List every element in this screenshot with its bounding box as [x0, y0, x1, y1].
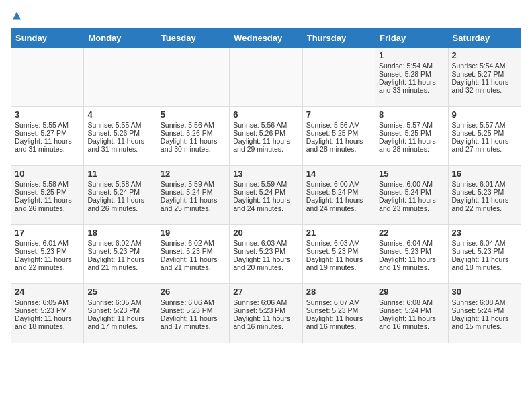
- logo: [11, 11, 26, 23]
- column-header-wednesday: Wednesday: [230, 29, 302, 48]
- calendar-cell: 14Sunrise: 6:00 AMSunset: 5:24 PMDayligh…: [302, 166, 375, 225]
- calendar-cell: 28Sunrise: 6:07 AMSunset: 5:23 PMDayligh…: [302, 284, 375, 343]
- week-row-4: 17Sunrise: 6:01 AMSunset: 5:23 PMDayligh…: [11, 225, 521, 284]
- calendar-cell: 17Sunrise: 6:01 AMSunset: 5:23 PMDayligh…: [11, 225, 84, 284]
- week-row-1: 1Sunrise: 5:54 AMSunset: 5:28 PMDaylight…: [11, 48, 521, 107]
- calendar-cell: 2Sunrise: 5:54 AMSunset: 5:27 PMDaylight…: [448, 48, 521, 107]
- day-number: 5: [161, 109, 226, 120]
- calendar-cell: 25Sunrise: 6:05 AMSunset: 5:23 PMDayligh…: [84, 284, 157, 343]
- day-number: 2: [452, 50, 517, 60]
- day-number: 14: [306, 169, 371, 179]
- day-number: 25: [87, 287, 152, 297]
- calendar-cell: 16Sunrise: 6:01 AMSunset: 5:23 PMDayligh…: [448, 166, 521, 225]
- day-number: 16: [452, 169, 517, 179]
- calendar-cell: 6Sunrise: 5:56 AMSunset: 5:26 PMDaylight…: [230, 107, 302, 166]
- column-header-saturday: Saturday: [448, 29, 521, 48]
- day-number: 30: [452, 287, 517, 297]
- day-number: 10: [15, 169, 80, 179]
- calendar-cell: 7Sunrise: 5:56 AMSunset: 5:25 PMDaylight…: [302, 107, 375, 166]
- calendar-cell: 10Sunrise: 5:58 AMSunset: 5:25 PMDayligh…: [11, 166, 84, 225]
- column-header-friday: Friday: [375, 29, 448, 48]
- calendar-cell: 20Sunrise: 6:03 AMSunset: 5:23 PMDayligh…: [230, 225, 302, 284]
- day-number: 21: [306, 228, 371, 238]
- calendar-cell: [157, 48, 229, 107]
- calendar-cell: 3Sunrise: 5:55 AMSunset: 5:27 PMDaylight…: [11, 107, 84, 166]
- calendar-cell: 11Sunrise: 5:58 AMSunset: 5:24 PMDayligh…: [84, 166, 157, 225]
- column-header-tuesday: Tuesday: [157, 29, 229, 48]
- calendar-cell: 23Sunrise: 6:04 AMSunset: 5:23 PMDayligh…: [448, 225, 521, 284]
- calendar-cell: 4Sunrise: 5:55 AMSunset: 5:26 PMDaylight…: [84, 107, 157, 166]
- week-row-3: 10Sunrise: 5:58 AMSunset: 5:25 PMDayligh…: [11, 166, 521, 225]
- header-row: SundayMondayTuesdayWednesdayThursdayFrid…: [11, 29, 521, 48]
- calendar-cell: 19Sunrise: 6:02 AMSunset: 5:23 PMDayligh…: [157, 225, 229, 284]
- calendar-cell: 15Sunrise: 6:00 AMSunset: 5:24 PMDayligh…: [375, 166, 448, 225]
- day-number: 28: [306, 287, 371, 297]
- svg-marker-0: [13, 12, 21, 20]
- day-number: 3: [15, 109, 80, 120]
- column-header-monday: Monday: [84, 29, 157, 48]
- day-number: 17: [15, 228, 80, 238]
- calendar-cell: 12Sunrise: 5:59 AMSunset: 5:24 PMDayligh…: [157, 166, 229, 225]
- calendar-cell: 29Sunrise: 6:08 AMSunset: 5:24 PMDayligh…: [375, 284, 448, 343]
- day-number: 4: [87, 109, 152, 120]
- day-number: 12: [161, 169, 226, 179]
- week-row-5: 24Sunrise: 6:05 AMSunset: 5:23 PMDayligh…: [11, 284, 521, 343]
- calendar-cell: 13Sunrise: 5:59 AMSunset: 5:24 PMDayligh…: [230, 166, 302, 225]
- calendar-cell: 9Sunrise: 5:57 AMSunset: 5:25 PMDaylight…: [448, 107, 521, 166]
- calendar-cell: 27Sunrise: 6:06 AMSunset: 5:23 PMDayligh…: [230, 284, 302, 343]
- calendar-cell: [84, 48, 157, 107]
- calendar-cell: 21Sunrise: 6:03 AMSunset: 5:23 PMDayligh…: [302, 225, 375, 284]
- day-number: 11: [87, 169, 152, 179]
- day-number: 29: [379, 287, 444, 297]
- day-number: 19: [161, 228, 226, 238]
- day-number: 9: [452, 109, 517, 120]
- calendar-cell: 22Sunrise: 6:04 AMSunset: 5:23 PMDayligh…: [375, 225, 448, 284]
- day-number: 8: [379, 109, 444, 120]
- calendar-cell: 30Sunrise: 6:08 AMSunset: 5:24 PMDayligh…: [448, 284, 521, 343]
- day-number: 15: [379, 169, 444, 179]
- calendar-cell: 24Sunrise: 6:05 AMSunset: 5:23 PMDayligh…: [11, 284, 84, 343]
- calendar-cell: [11, 48, 84, 107]
- page-header: [11, 11, 521, 23]
- day-number: 23: [452, 228, 517, 238]
- calendar-cell: 8Sunrise: 5:57 AMSunset: 5:25 PMDaylight…: [375, 107, 448, 166]
- column-header-sunday: Sunday: [11, 29, 84, 48]
- calendar-cell: 5Sunrise: 5:56 AMSunset: 5:26 PMDaylight…: [157, 107, 229, 166]
- logo-icon: [11, 11, 23, 23]
- calendar-cell: 18Sunrise: 6:02 AMSunset: 5:23 PMDayligh…: [84, 225, 157, 284]
- week-row-2: 3Sunrise: 5:55 AMSunset: 5:27 PMDaylight…: [11, 107, 521, 166]
- calendar-cell: [302, 48, 375, 107]
- day-number: 6: [233, 109, 298, 120]
- day-number: 26: [161, 287, 226, 297]
- calendar-cell: 26Sunrise: 6:06 AMSunset: 5:23 PMDayligh…: [157, 284, 229, 343]
- day-number: 7: [306, 109, 371, 120]
- calendar-cell: [230, 48, 302, 107]
- day-number: 24: [15, 287, 80, 297]
- day-number: 22: [379, 228, 444, 238]
- day-number: 18: [87, 228, 152, 238]
- day-number: 1: [379, 50, 444, 60]
- column-header-thursday: Thursday: [302, 29, 375, 48]
- day-number: 20: [233, 228, 298, 238]
- calendar-table: SundayMondayTuesdayWednesdayThursdayFrid…: [11, 28, 521, 343]
- day-number: 27: [233, 287, 298, 297]
- day-number: 13: [233, 169, 298, 179]
- calendar-cell: 1Sunrise: 5:54 AMSunset: 5:28 PMDaylight…: [375, 48, 448, 107]
